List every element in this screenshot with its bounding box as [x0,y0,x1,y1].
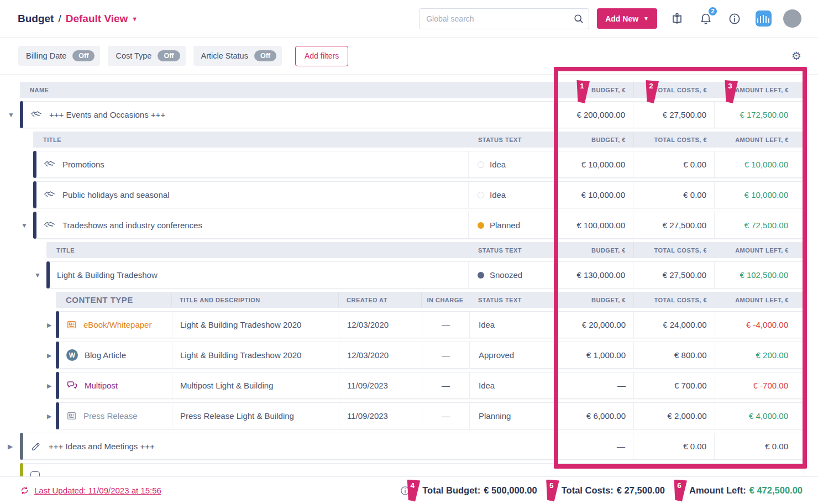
table-header-level0: NAME BUDGET, € TOTAL COSTS, € AMOUNT LEF… [20,82,804,98]
table-header-level2: TITLE STATUS TEXT BUDGET, € TOTAL COSTS,… [46,242,804,258]
column-header-costs: TOTAL COSTS, € [633,82,715,98]
annotation-marker-6: 6 [674,480,687,502]
collapse-caret-icon[interactable]: ▼ [21,222,28,229]
table-row-ideas[interactable]: +++ Ideas and Meetings +++ — € 0.00 € 0.… [20,433,804,460]
cell-in-charge: — [422,372,469,398]
breadcrumb-section: Budget [18,13,54,25]
expand-caret-icon[interactable]: ▶ [47,412,51,419]
cell-budget: — [557,433,633,459]
notification-badge: 2 [707,6,718,17]
row-title: Light & Building Tradeshow [57,270,158,280]
intercom-icon[interactable] [754,10,772,28]
filter-chip-label: Billing Date [26,51,66,60]
expand-caret-icon[interactable]: ▶ [47,321,51,328]
table-row-promotions[interactable]: Promotions Idea € 10,000.00 € 0.00 € 10,… [33,151,804,178]
table-row-partial[interactable] [20,463,804,476]
last-updated: Last Updated: 11/09/2023 at 15:56 [20,486,161,495]
column-header-costs: TOTAL COSTS, € [633,242,715,258]
cell-budget: € 6,000.00 [557,403,633,429]
content-type-label: Press Release [83,411,138,421]
cell-status: Approved [469,342,557,368]
budget-page: Budget / Default View ▼ Add New ▼ 2 [0,0,818,504]
table-row-content[interactable]: Press Release Press Release Light & Buil… [56,402,804,429]
filter-chip-state[interactable]: Off [254,50,276,61]
column-header-content-type: CONTENT TYPE [56,292,171,308]
table-row-events[interactable]: +++ Events and Occasions +++ € 200,000.0… [20,101,804,128]
row-content-multipost-wrap: ▶ Multipost Multipost Light & Building 1… [56,372,804,399]
view-selector-label: Default View [66,13,128,25]
status-text: Planned [490,221,520,230]
cell-left: € 4,000.00 [715,403,804,429]
filter-chip-state[interactable]: Off [158,50,180,61]
search-icon [573,13,584,24]
campaign-handshake-icon [44,189,55,201]
expand-caret-icon[interactable]: ▶ [47,382,51,389]
cell-costs: € 2,000.00 [633,403,715,429]
chevron-down-icon: ▼ [132,15,138,22]
table-row-content[interactable]: W Blog Article Light & Building Tradesho… [56,342,804,369]
content-type-label: Blog Article [85,350,126,360]
cell-costs: € 0.00 [633,182,714,208]
view-selector[interactable]: Default View ▼ [66,13,138,25]
column-header-status: STATUS TEXT [469,292,557,308]
status-dot-idea [478,192,484,198]
table-row-tradeshow-item[interactable]: Light & Building Tradeshow Snoozed € 130… [46,261,804,288]
column-header-left: AMOUNT LEFT, € [715,132,804,148]
cell-budget: € 10,000.00 [557,151,633,177]
expand-caret-icon[interactable]: ▶ [8,443,13,450]
add-new-button[interactable]: Add New ▼ [597,8,657,29]
collapse-caret-icon[interactable]: ▼ [34,271,41,279]
collapse-caret-icon[interactable]: ▼ [8,111,14,119]
status-text: Idea [490,190,506,200]
cell-created: 11/09/2023 [339,403,422,429]
table-row-content[interactable]: Multipost Multipost Light & Building 11/… [56,372,804,399]
cell-budget: € 1,000.00 [557,342,633,368]
total-budget-label: Total Budget: [422,485,480,496]
settings-gear-icon[interactable]: ⚙ [791,49,801,62]
content-type-label: eBook/Whitepaper [83,320,151,329]
status-text: Snoozed [490,270,522,280]
notifications-bell-icon[interactable]: 2 [697,10,715,28]
row-title: Public holidays and seasonal [62,190,169,200]
user-avatar[interactable] [783,9,801,28]
cell-left: € 102,500.00 [714,262,804,288]
multipost-chat-icon [66,380,78,391]
filter-chip-state[interactable]: Off [72,50,95,61]
total-budget: Total Budget: € 500,000.00 [422,485,537,496]
expand-caret-icon[interactable]: ▶ [47,351,51,359]
cell-created: 12/03/2020 [339,342,422,368]
status-text: Idea [490,160,506,169]
row-ideas-wrap: ▶ +++ Ideas and Meetings +++ — € 0.00 € … [20,433,804,460]
column-header-left: AMOUNT LEFT, € [715,242,804,258]
help-book-icon[interactable] [668,10,686,28]
filter-chip-article-status[interactable]: Article Status Off [193,46,282,66]
table-row-tradeshows[interactable]: Tradeshows and industry conferences Plan… [33,212,804,239]
filter-chip-label: Cost Type [116,51,151,60]
refresh-icon[interactable] [20,486,29,495]
cell-budget: € 130,000.00 [557,262,633,288]
amount-left-value: € 472,500.00 [749,485,803,496]
cell-status: Planning [469,403,557,429]
status-dot-idea [478,161,484,168]
campaign-handshake-icon [44,159,55,170]
table-row-holidays[interactable]: Public holidays and seasonal Idea € 10,0… [33,181,804,208]
row-holidays-wrap: Public holidays and seasonal Idea € 10,0… [33,181,804,208]
table-row-content[interactable]: eBook/Whitepaper Light & Building Trades… [56,311,804,338]
cell-budget: € 10,000.00 [557,182,633,208]
filter-chip-cost-type[interactable]: Cost Type Off [108,46,185,66]
column-header-title: TITLE [33,132,469,148]
column-header-title-desc: TITLE AND DESCRIPTION [171,292,338,308]
cell-costs: € 800.00 [633,342,715,368]
add-filters-button[interactable]: Add filters [295,46,348,66]
last-updated-link[interactable]: Last Updated: 11/09/2023 at 15:56 [34,486,161,495]
row-tradeshow-item-wrap: ▼ Light & Building Tradeshow Snoozed € 1… [46,261,804,288]
row-partial-wrap [20,463,804,476]
content-type-label: Multipost [85,381,118,390]
wordpress-icon: W [66,349,78,361]
cell-left: € 10,000.00 [714,151,804,177]
info-icon[interactable] [726,10,743,28]
global-search-input[interactable] [419,8,589,29]
filter-chip-billing-date[interactable]: Billing Date Off [18,46,100,66]
column-header-created: CREATED AT [338,292,421,308]
intercom-logo [756,11,772,27]
